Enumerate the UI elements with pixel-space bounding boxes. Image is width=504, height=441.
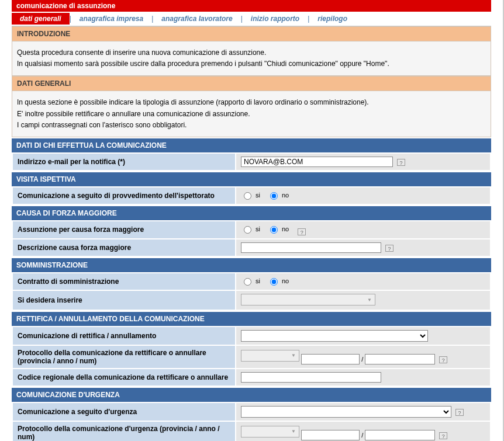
- protocollo-urg-num[interactable]: [365, 430, 435, 440]
- radio-si-label: si: [256, 225, 260, 232]
- dg-text-1: In questa sezione è possibile indicare l…: [17, 98, 369, 106]
- dg-text-3: I campi contrassegnati con l'asterisco s…: [17, 121, 187, 129]
- tab-dati-generali[interactable]: dati generali: [12, 13, 70, 25]
- rettifica-select[interactable]: [241, 330, 428, 342]
- rettifica-label: Comunicazione di rettifica / annullament…: [13, 327, 235, 345]
- radio-no-label: no: [282, 225, 289, 232]
- desidera-inserire-select: [241, 294, 375, 305]
- somm-radio-no[interactable]: [270, 278, 278, 286]
- email-label: Indirizzo e-mail per la notifica (*): [13, 154, 235, 170]
- forza-radio-si[interactable]: [244, 226, 251, 234]
- protocollo-rett-num[interactable]: [365, 354, 435, 364]
- protocollo-urg-anno[interactable]: [301, 430, 360, 440]
- tab-bar: dati generali | anagrafica impresa | ana…: [12, 12, 491, 26]
- radio-no-label: no: [282, 192, 289, 199]
- help-icon[interactable]: ?: [439, 356, 447, 363]
- intro-text-2: In qualsiasi momento sarà possibile usci…: [17, 60, 389, 68]
- dati-generali-body: In questa sezione è possibile indicare l…: [12, 91, 491, 137]
- protocollo-rett-provincia: [241, 350, 299, 362]
- urgenza-select[interactable]: [241, 406, 451, 418]
- forza-radio-no[interactable]: [270, 226, 278, 234]
- help-icon[interactable]: ?: [298, 228, 306, 235]
- somm-radio-si[interactable]: [244, 278, 251, 286]
- section-dati-chi-effettua: DATI DI CHI EFFETTUA LA COMUNICAZIONE: [12, 138, 491, 152]
- tab-anagrafica-impresa[interactable]: anagrafica impresa: [71, 13, 151, 25]
- desidera-inserire-label: Si desidera inserire: [13, 291, 235, 310]
- protocollo-rett-label: Protocollo della comunicazione da rettif…: [13, 346, 235, 368]
- contratto-somm-label: Contratto di somministrazione: [13, 273, 235, 290]
- dati-generali-header: DATI GENERALI: [12, 76, 491, 91]
- slash-separator: /: [361, 432, 363, 439]
- protocollo-rett-anno[interactable]: [301, 354, 360, 364]
- introduzione-header: INTRODUZIONE: [12, 26, 491, 41]
- introduzione-body: Questa procedura consente di inserire un…: [12, 41, 491, 76]
- radio-si-label: si: [256, 277, 260, 284]
- help-icon[interactable]: ?: [455, 409, 464, 416]
- ispettorato-label: Comunicazione a seguito di provvedimento…: [13, 187, 235, 204]
- title-bar: comunicazione di assunzione: [12, 0, 491, 12]
- tab-anagrafica-lavoratore[interactable]: anagrafica lavoratore: [153, 13, 240, 25]
- protocollo-urg-label: Protocollo della comunicazione d'urgenza…: [13, 422, 235, 441]
- descrizione-forza-input[interactable]: [241, 242, 381, 253]
- intro-text-1: Questa procedura consente di inserire un…: [17, 48, 266, 57]
- codice-reg-rett-input[interactable]: [241, 372, 381, 383]
- codice-reg-rett-label: Codice regionale della comunicazione da …: [13, 369, 235, 386]
- slash-separator: /: [361, 356, 363, 363]
- dg-text-2: E' inoltre possibile rettificare o annul…: [17, 110, 250, 118]
- ispettorato-radio-si[interactable]: [244, 192, 251, 200]
- help-icon[interactable]: ?: [385, 245, 393, 252]
- ispettorato-radio-no[interactable]: [270, 192, 278, 200]
- tab-inizio-rapporto[interactable]: inizio rapporto: [243, 13, 308, 25]
- radio-no-label: no: [282, 277, 289, 284]
- radio-si-label: si: [256, 192, 260, 199]
- help-icon[interactable]: ?: [397, 159, 405, 166]
- tab-riepilogo[interactable]: riepilogo: [309, 13, 355, 25]
- forza-maggiore-label: Assunzione per causa forza maggiore: [13, 221, 235, 238]
- section-visita-ispettiva: VISITA ISPETTIVA: [12, 172, 491, 186]
- section-rettifica: RETTIFICA / ANNULLAMENTO DELLA COMUNICAZ…: [12, 312, 491, 326]
- descrizione-forza-label: Descrizione causa forza maggiore: [13, 239, 235, 256]
- protocollo-urg-provincia: [241, 426, 299, 437]
- section-forza-maggiore: CAUSA DI FORZA MAGGIORE: [12, 206, 491, 220]
- help-icon[interactable]: ?: [439, 432, 447, 439]
- email-input[interactable]: [241, 157, 393, 167]
- section-somministrazione: SOMMINISTRAZIONE: [12, 258, 491, 272]
- urgenza-label: Comunicazione a seguito d'urgenza: [13, 403, 235, 421]
- section-urgenza: COMUNICAZIONE D'URGENZA: [12, 388, 491, 402]
